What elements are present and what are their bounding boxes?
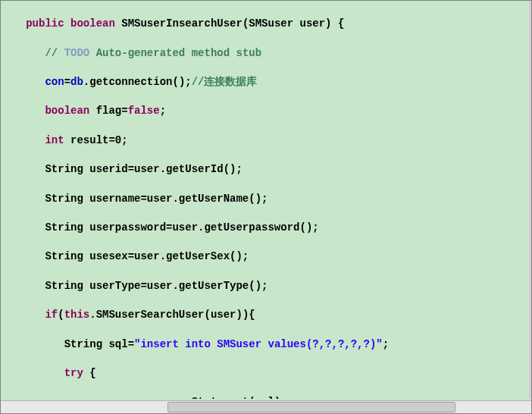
code-line: String usesex=user.getUserSex(); (1, 249, 531, 264)
code-line: String username=user.getUserName(); (1, 192, 531, 206)
scroll-track[interactable] (1, 401, 531, 413)
code-line: int result=0; (1, 133, 531, 148)
code-line: String sql="insert into SMSuser values(?… (1, 337, 531, 352)
code-line: boolean flag=false; (1, 104, 531, 118)
code-line: try { (1, 366, 531, 381)
code-line: // TODO Auto-generated method stub (1, 46, 531, 61)
overview-ruler (529, 1, 531, 399)
code-line: con=db.getconnection();//连接数据库 (1, 75, 531, 89)
code-line: String userpassword=user.getUserpassword… (1, 221, 531, 235)
code-line: String userid=user.getUserId(); (1, 162, 531, 177)
scroll-thumb[interactable] (167, 402, 455, 412)
code-line: public boolean SMSuserInsearchUser(SMSus… (1, 17, 531, 31)
code-line: ps=con.prepareStatement(sql); (1, 395, 531, 399)
code-editor[interactable]: public boolean SMSuserInsearchUser(SMSus… (1, 1, 531, 399)
horizontal-scrollbar[interactable] (1, 400, 531, 413)
code-line: if(this.SMSuserSearchUser(user)){ (1, 308, 531, 322)
code-line: String userType=user.getUserType(); (1, 279, 531, 293)
